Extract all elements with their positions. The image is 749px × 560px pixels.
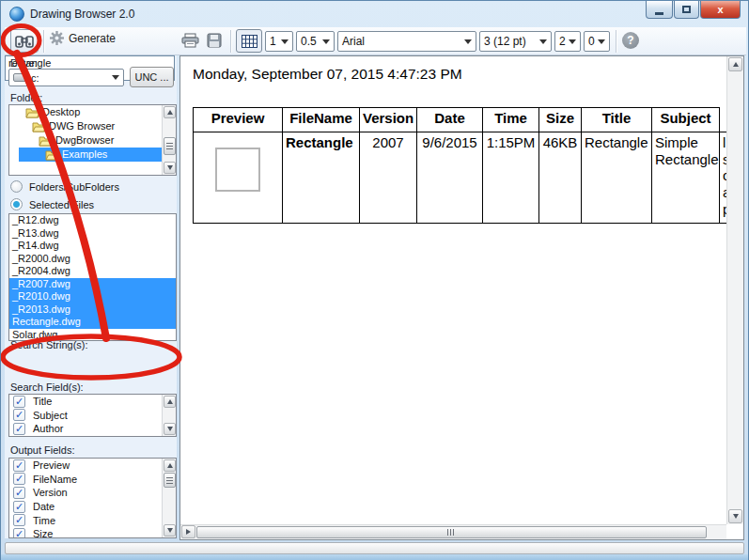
checkbox-row[interactable]: ✓ Title xyxy=(9,395,176,409)
column-header: Preview xyxy=(194,108,283,132)
font-dropdown[interactable]: Arial xyxy=(337,31,476,52)
minimize-button[interactable] xyxy=(646,1,673,19)
columns-value: 1 xyxy=(270,35,276,48)
checkbox-row[interactable]: ✓ Date xyxy=(9,500,176,514)
output-fields-scrollbar[interactable] xyxy=(162,459,176,537)
unc-button[interactable]: UNC ... xyxy=(130,67,174,87)
title-cell: Rectangle xyxy=(582,132,652,224)
tree-node[interactable]: DWG Browser xyxy=(9,119,176,133)
scrollbar-thumb[interactable] xyxy=(196,526,707,538)
scroll-up-icon[interactable] xyxy=(164,459,176,472)
file-list[interactable]: _R12.dwg _R13.dwg _R14.dwg _R2000.dwg _R… xyxy=(8,213,177,341)
save-button[interactable] xyxy=(207,33,222,48)
app-window: Drawing Browser 2.0 x xyxy=(0,0,749,560)
scroll-down-icon[interactable] xyxy=(164,423,176,435)
list-item[interactable]: _R14.dwg xyxy=(9,240,176,253)
chevron-down-icon xyxy=(112,75,119,80)
checkbox-checked-icon[interactable]: ✓ xyxy=(13,423,25,435)
generate-button[interactable]: Generate xyxy=(50,31,116,45)
checkbox-checked-icon[interactable]: ✓ xyxy=(13,487,25,499)
radio-selected-label: Selected Files xyxy=(29,199,94,210)
print-button[interactable] xyxy=(181,33,199,48)
chevron-down-icon xyxy=(464,39,472,44)
report-area: Monday, September 07, 2015 4:47:23 PM Pr… xyxy=(179,55,744,540)
checkbox-label: FileName xyxy=(33,474,77,485)
list-item[interactable]: _R2000.dwg xyxy=(9,253,176,266)
tree-node[interactable]: Examples xyxy=(9,148,176,162)
list-item[interactable]: _R2007.dwg xyxy=(9,278,176,291)
drawing-preview-thumbnail xyxy=(215,148,260,192)
list-item[interactable]: _R12.dwg xyxy=(9,214,176,227)
tree-node-label: Desktop xyxy=(39,105,80,119)
list-item[interactable]: _R13.dwg xyxy=(9,227,176,241)
checkbox-checked-icon[interactable]: ✓ xyxy=(13,473,25,485)
scroll-up-icon[interactable] xyxy=(728,57,742,71)
drive-value: c: xyxy=(31,72,39,84)
font-value: Arial xyxy=(342,35,365,48)
checkbox-checked-icon[interactable]: ✓ xyxy=(13,409,25,421)
scroll-down-icon[interactable] xyxy=(164,524,176,537)
scrollbar-thumb[interactable] xyxy=(164,137,176,155)
checkbox-row[interactable]: ✓ FileName xyxy=(9,473,176,487)
zero-dropdown[interactable]: 0 xyxy=(584,31,610,52)
printer-icon xyxy=(181,33,199,48)
output-fields-list[interactable]: ✓ Preview ✓ FileName ✓ Version ✓ Date xyxy=(8,458,177,538)
checkbox-checked-icon[interactable]: ✓ xyxy=(13,459,25,472)
checkbox-row[interactable]: ✓ Author xyxy=(9,422,176,436)
checkbox-checked-icon[interactable]: ✓ xyxy=(13,396,25,408)
columns-dropdown[interactable]: 1 xyxy=(265,31,293,52)
radio-folders-subfolders[interactable]: Folders/SubFolders xyxy=(10,180,119,193)
checkbox-row[interactable]: ✓ Subject xyxy=(9,409,176,423)
time-cell: 1:15PM xyxy=(483,132,539,224)
search-fields-scrollbar[interactable] xyxy=(162,395,176,436)
search-fields-list[interactable]: ✓ Title ✓ Subject ✓ Author xyxy=(8,394,177,437)
checkbox-row[interactable]: ✓ Preview xyxy=(9,459,176,473)
checkbox-row[interactable]: ✓ Size xyxy=(9,527,176,538)
left-panel: Drive: c: UNC ... Folder: Desktop xyxy=(5,55,177,538)
scroll-up-icon[interactable] xyxy=(164,396,176,408)
toolbar-separator xyxy=(43,30,44,53)
list-item[interactable]: _R2004.dwg xyxy=(9,265,176,278)
list-item[interactable]: _R2013.dwg xyxy=(9,303,176,317)
horizontal-scrollbar[interactable] xyxy=(180,524,726,539)
scroll-down-icon[interactable] xyxy=(164,162,176,174)
checkbox-checked-icon[interactable]: ✓ xyxy=(13,528,25,538)
vertical-scrollbar[interactable] xyxy=(726,56,743,524)
scrollbar-thumb[interactable] xyxy=(164,473,176,488)
checkbox-row[interactable]: ✓ Time xyxy=(9,513,176,527)
radio-selected-files[interactable]: Selected Files xyxy=(10,198,94,210)
scroll-up-icon[interactable] xyxy=(164,106,176,118)
radio-icon xyxy=(10,180,23,193)
help-button[interactable]: ? xyxy=(622,32,639,49)
folder-tree[interactable]: Desktop DWG Browser DwgBrowser xyxy=(8,104,177,176)
radio-folders-label: Folders/SubFolders xyxy=(29,181,119,193)
list-item[interactable]: _R2010.dwg xyxy=(9,290,176,303)
tree-node[interactable]: Desktop xyxy=(9,105,176,119)
checkbox-checked-icon[interactable]: ✓ xyxy=(13,514,25,526)
list-item[interactable]: Rectangle.dwg xyxy=(9,316,176,329)
tree-scrollbar[interactable] xyxy=(162,105,176,175)
spacing-dropdown[interactable]: 0.5 xyxy=(296,31,335,52)
checkbox-checked-icon[interactable]: ✓ xyxy=(13,501,25,513)
grid-button[interactable] xyxy=(236,29,262,53)
tree-node[interactable]: DwgBrowser xyxy=(9,133,176,148)
decimal-dropdown[interactable]: 2 xyxy=(554,31,581,52)
close-button[interactable]: x xyxy=(700,1,741,19)
scroll-down-icon[interactable] xyxy=(728,509,742,523)
column-header: Version xyxy=(360,108,417,132)
maximize-button[interactable] xyxy=(674,1,699,19)
drive-dropdown[interactable]: c: xyxy=(8,69,124,86)
checkbox-row[interactable]: ✓ Version xyxy=(9,486,176,500)
folder-icon xyxy=(25,107,39,118)
search-fields-label: Search Field(s): xyxy=(10,381,84,393)
scroll-right-icon[interactable] xyxy=(181,525,195,538)
column-header: Subject xyxy=(652,108,720,132)
fontsize-dropdown[interactable]: 3 (12 pt) xyxy=(479,31,552,52)
window-bottom-edge xyxy=(1,554,748,560)
search-button[interactable] xyxy=(10,29,39,53)
table-row: Rectangle 2007 9/6/2015 1:15PM 46KB Rect… xyxy=(194,132,731,224)
date-cell: 9/6/2015 xyxy=(417,132,483,224)
folder-label: Folder: xyxy=(10,92,42,103)
titlebar: Drawing Browser 2.0 x xyxy=(1,1,748,27)
checkbox-label: Title xyxy=(33,396,52,407)
